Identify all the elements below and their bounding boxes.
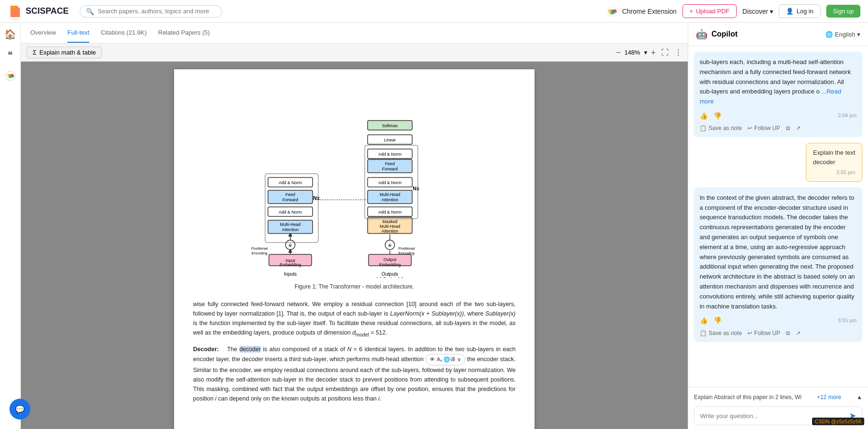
svg-text:Feed: Feed <box>385 161 395 166</box>
pdf-container[interactable]: Σ Explain math & table − 148% ▾ + ⛶ ⋮ <box>21 44 688 429</box>
tab-related-papers[interactable]: Related Papers (5) <box>158 23 210 43</box>
svg-text:Encoding: Encoding <box>251 251 267 255</box>
search-input[interactable] <box>98 8 216 15</box>
help-button[interactable]: 💬 <box>9 399 30 420</box>
copy-btn-1[interactable]: ⧉ <box>786 125 790 131</box>
copy-btn-2[interactable]: ⧉ <box>786 330 790 336</box>
followup-icon-1: ↩ <box>748 125 752 131</box>
svg-text:Add & Norm: Add & Norm <box>378 180 401 185</box>
svg-text:Add & Norm: Add & Norm <box>278 180 302 185</box>
copilot-title: 🤖 Copilot <box>696 28 738 40</box>
logo-text: SCISPACE <box>26 6 69 16</box>
svg-text:Multi-Head: Multi-Head <box>379 192 400 197</box>
copilot-header: 🤖 Copilot 🌐 English ▾ <box>688 23 868 46</box>
svg-text:Add & Norm: Add & Norm <box>378 210 401 214</box>
svg-text:Multi-Head: Multi-Head <box>280 222 301 227</box>
user-message-1: Explain the textdecoder 3:55 pm <box>806 143 862 182</box>
more-badge[interactable]: +12 more <box>817 394 841 401</box>
zoom-level: 148% <box>624 49 640 56</box>
more-options-button[interactable]: ⋮ <box>674 48 682 57</box>
figure-caption: Figure 1: The Transformer - model archit… <box>250 283 459 290</box>
follow-up-btn-1[interactable]: ↩ Follow UP <box>748 125 780 131</box>
suggestion-text: Explain Abstract of this paper in 2 line… <box>694 394 802 401</box>
transformer-diagram: Input Embedding ⊕ Positional Encoding <box>250 98 459 278</box>
upload-pdf-button[interactable]: + Upload PDF <box>683 4 737 18</box>
save-actions-1: 📋 Save as note ↩ Follow UP ⧉ ↗ <box>700 125 857 131</box>
sigma-icon: Σ <box>33 49 37 56</box>
share-btn-2[interactable]: ↗ <box>796 330 801 336</box>
share-icon-2: ↗ <box>796 330 801 336</box>
thumbs-down-1[interactable]: 👎 <box>713 111 721 121</box>
pdf-paragraph1: wise fully connected feed-forward networ… <box>193 299 516 339</box>
tab-bar: Overview Full-text Citations (21.9K) Rel… <box>21 23 688 44</box>
timestamp-2: 3:55 pm <box>838 317 857 325</box>
save-icon-1: 📋 <box>700 125 707 131</box>
ai-message-1: sub-layers each, including a multi-head … <box>694 52 862 137</box>
zoom-control: − 148% ▾ + <box>616 48 656 57</box>
svg-text:⊕: ⊕ <box>288 243 292 248</box>
user-icon: 👤 <box>786 8 794 15</box>
thumbs-down-2[interactable]: 👎 <box>713 315 721 326</box>
main-layout: 🏠 ❝ Overview Full-text Citations (21.9K) <box>0 23 868 429</box>
tab-citations[interactable]: Citations (21.9K) <box>101 23 147 43</box>
globe-icon: 🌐 <box>825 31 833 38</box>
login-button[interactable]: 👤 Log in <box>779 4 820 18</box>
share-icon-1: ↗ <box>796 125 801 131</box>
explain-math-table-button[interactable]: Σ Explain math & table <box>27 47 102 58</box>
search-bar[interactable]: 🔍 <box>80 5 222 18</box>
save-note-btn-1[interactable]: 📋 Save as note <box>700 125 742 131</box>
decoder-heading: Decoder: <box>193 346 219 353</box>
zoom-in-button[interactable]: + <box>651 48 656 57</box>
quote-icon[interactable]: ❝ <box>8 49 13 61</box>
suggestions-bar[interactable]: Explain Abstract of this paper in 2 line… <box>694 391 862 403</box>
tab-overview[interactable]: Overview <box>30 23 56 43</box>
chat-scroll[interactable]: sub-layers each, including a multi-head … <box>688 46 868 387</box>
chat-icon: 💬 <box>15 405 25 414</box>
follow-up-label-2: Follow UP <box>754 330 780 336</box>
svg-text:Nx: Nx <box>313 195 320 201</box>
chevron-lang-icon: ▾ <box>857 31 860 38</box>
selection-popup[interactable]: 👁 Aₐ 🌐译 ∨ <box>425 354 465 365</box>
language-label: English <box>835 31 855 38</box>
pdf-toolbar: Σ Explain math & table − 148% ▾ + ⛶ ⋮ <box>21 44 688 62</box>
svg-text:Add & Norm: Add & Norm <box>378 152 401 157</box>
fullscreen-button[interactable]: ⛶ <box>661 48 669 57</box>
message-actions-1: 👍 👎 3:54 pm <box>700 111 857 121</box>
share-btn-1[interactable]: ↗ <box>796 125 801 131</box>
save-note-btn-2[interactable]: 📋 Save as note <box>700 330 742 336</box>
home-icon[interactable]: 🏠 <box>4 28 16 40</box>
chrome-extension-button[interactable]: Chrome Extension <box>607 6 676 17</box>
chevron-up-icon: ▲ <box>857 394 862 401</box>
zoom-out-button[interactable]: − <box>616 48 620 57</box>
follow-up-btn-2[interactable]: ↩ Follow UP <box>748 330 780 336</box>
copilot-logo-icon: 🤖 <box>696 28 708 40</box>
search-icon: 🔍 <box>86 8 94 15</box>
signup-button[interactable]: Sign up <box>826 5 860 18</box>
ai-message-2: In the context of the given abstract, th… <box>694 187 862 342</box>
language-selector[interactable]: 🌐 English ▾ <box>825 31 860 38</box>
logo[interactable]: SCISPACE <box>8 4 74 19</box>
svg-text:⊕: ⊕ <box>388 243 392 248</box>
svg-text:Positional: Positional <box>398 246 415 251</box>
upload-icon: + <box>690 8 693 15</box>
svg-text:Attention: Attention <box>381 229 398 233</box>
chrome-circle-icon[interactable] <box>5 70 16 82</box>
user-message-wrapper: Explain the textdecoder 3:55 pm <box>694 143 862 182</box>
diagram-container: Input Embedding ⊕ Positional Encoding <box>193 98 516 290</box>
tab-fulltext[interactable]: Full-text <box>67 23 89 43</box>
signup-label: Sign up <box>833 8 854 15</box>
thumbs-up-1[interactable]: 👍 <box>700 111 708 121</box>
discover-label: Discover <box>742 8 768 15</box>
svg-text:Forward: Forward <box>282 197 298 202</box>
thumbs-up-2[interactable]: 👍 <box>700 315 708 326</box>
followup-icon-2: ↩ <box>748 330 752 336</box>
eye-icon: 👁 <box>430 355 435 364</box>
copilot-title-text: Copilot <box>711 30 738 38</box>
discover-button[interactable]: Discover ▾ <box>742 8 773 15</box>
svg-text:Softmax: Softmax <box>382 123 398 128</box>
svg-text:Masked: Masked <box>382 219 397 224</box>
svg-text:Forward: Forward <box>382 167 397 171</box>
copy-icon-1: ⧉ <box>786 125 790 131</box>
svg-text:Linear: Linear <box>384 138 396 142</box>
chevron-popup-icon: ∨ <box>457 355 461 364</box>
